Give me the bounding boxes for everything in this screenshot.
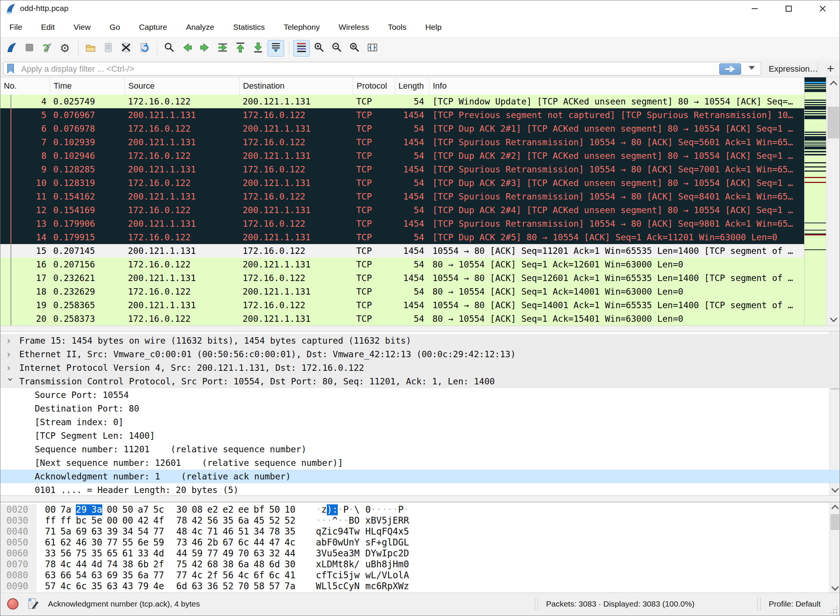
packet-row-4[interactable]: 40.025749172.16.0.122200.121.1.131TCP54[… — [0, 95, 804, 108]
menu-capture[interactable]: Capture — [132, 20, 174, 35]
packet-row-8[interactable]: 80.102946172.16.0.122200.121.1.131TCP54[… — [0, 149, 804, 163]
expand-twisty-icon[interactable]: › — [6, 347, 15, 361]
expression-button[interactable]: Expression… — [769, 64, 818, 74]
splitter-list-details[interactable] — [0, 326, 840, 332]
column-header-source[interactable]: Source — [125, 77, 240, 95]
packet-row-6[interactable]: 60.076978172.16.0.122200.121.1.131TCP54[… — [0, 122, 804, 135]
detail-row[interactable]: ›Ethernet II, Src: Vmware_c0:00:01 (00:5… — [0, 347, 840, 361]
detail-row[interactable]: [Next sequence number: 12601 (relative s… — [0, 456, 840, 470]
hex-row-0090[interactable]: 0090574c6c356343794e6d6336527058577aWLl5… — [0, 581, 840, 592]
filter-dropdown-caret[interactable] — [749, 66, 755, 70]
detail-row[interactable]: [Stream index: 0] — [0, 415, 840, 429]
hex-row-0080[interactable]: 00806366546369356a77774c2f564c6f6c41cfTc… — [0, 570, 840, 581]
capture-comment-icon[interactable] — [27, 598, 40, 610]
hex-row-0020[interactable]: 0020007a293a0050a75c3008e2e2eebf5010·z):… — [0, 504, 840, 515]
start-capture-button[interactable] — [3, 40, 20, 57]
detail-row[interactable]: [TCP Segment Len: 1400] — [0, 429, 840, 442]
minimize-button[interactable] — [738, 0, 772, 17]
detail-row[interactable]: 0101 .... = Header Length: 20 bytes (5) — [0, 483, 840, 497]
column-header-length[interactable]: Length — [395, 77, 429, 95]
packet-row-18[interactable]: 180.232629172.16.0.122200.121.1.131TCP54… — [0, 285, 804, 298]
packet-row-19[interactable]: 190.258365200.121.1.131172.16.0.122TCP14… — [0, 298, 804, 312]
resize-columns-button[interactable] — [364, 40, 381, 57]
zoom-reset-button[interactable] — [346, 40, 363, 57]
maximize-button[interactable] — [772, 0, 806, 17]
column-header-destination[interactable]: Destination — [240, 77, 353, 95]
menu-tools[interactable]: Tools — [381, 20, 413, 35]
menu-statistics[interactable]: Statistics — [226, 20, 272, 35]
detail-text: [Stream index: 0] — [35, 415, 123, 429]
packet-row-5[interactable]: 50.076967200.121.1.131172.16.0.122TCP145… — [0, 108, 804, 122]
zoom-in-button[interactable] — [311, 40, 328, 57]
menu-wireless[interactable]: Wireless — [332, 20, 376, 35]
column-header-time[interactable]: Time — [50, 77, 125, 95]
packet-row-13[interactable]: 130.179906200.121.1.131172.16.0.122TCP14… — [0, 217, 804, 230]
filter-bookmark-icon[interactable] — [7, 64, 14, 74]
packet-row-15[interactable]: 150.207145200.121.1.131172.16.0.122TCP14… — [0, 244, 804, 258]
detail-row[interactable]: Sequence number: 11201 (relative sequenc… — [0, 442, 840, 456]
close-file-button[interactable] — [118, 40, 134, 57]
find-packet-button[interactable] — [161, 40, 178, 57]
save-file-button[interactable] — [100, 40, 117, 57]
expand-twisty-icon[interactable]: › — [6, 334, 15, 347]
menu-view[interactable]: View — [67, 20, 97, 35]
capture-options-button[interactable]: ⚙ — [57, 40, 73, 57]
find-packet-icon — [164, 42, 175, 55]
menu-edit[interactable]: Edit — [34, 20, 62, 35]
display-filter-input[interactable] — [20, 63, 716, 75]
close-button[interactable] — [806, 0, 840, 17]
detail-row[interactable]: ›Internet Protocol Version 4, Src: 200.1… — [0, 361, 840, 375]
menu-telephony[interactable]: Telephony — [277, 20, 327, 35]
packet-row-16[interactable]: 160.207156172.16.0.122200.121.1.131TCP54… — [0, 258, 804, 271]
go-first-button[interactable] — [232, 40, 249, 57]
collapse-twisty-icon[interactable]: › — [4, 376, 17, 386]
menu-help[interactable]: Help — [418, 20, 448, 35]
detail-row[interactable]: Source Port: 10554 — [0, 388, 840, 402]
go-to-packet-button[interactable] — [214, 40, 231, 57]
packet-row-11[interactable]: 110.154162200.121.1.131172.16.0.122TCP14… — [0, 190, 804, 203]
detail-row[interactable]: Destination Port: 80 — [0, 402, 840, 415]
display-filter-field[interactable] — [3, 62, 761, 75]
colorize-button[interactable] — [293, 40, 310, 57]
menu-go[interactable]: Go — [103, 20, 127, 35]
resize-grip[interactable] — [836, 612, 837, 613]
intelligent-scrollbar-minimap[interactable] — [804, 77, 826, 326]
detail-row[interactable]: ›Frame 15: 1454 bytes on wire (11632 bit… — [0, 334, 840, 347]
hex-row-0070[interactable]: 0070784c444d74386b2f754268386a486d30xLDM… — [0, 559, 840, 570]
hex-row-0060[interactable]: 0060335675356561334d44597749706332443Vu5… — [0, 548, 840, 559]
detail-row[interactable]: Acknowledgment number: 1 (relative ack n… — [0, 470, 840, 483]
packet-row-14[interactable]: 140.179915172.16.0.122200.121.1.131TCP54… — [0, 230, 804, 244]
stop-capture-button[interactable] — [21, 40, 38, 57]
expand-twisty-icon[interactable]: › — [6, 361, 15, 375]
packet-row-7[interactable]: 70.102939200.121.1.131172.16.0.122TCP145… — [0, 135, 804, 149]
packet-row-17[interactable]: 170.232621200.121.1.131172.16.0.122TCP14… — [0, 271, 804, 285]
column-header-info[interactable]: Info — [429, 77, 804, 95]
packet-row-20[interactable]: 200.258373172.16.0.122200.121.1.131TCP54… — [0, 312, 804, 326]
hex-row-0040[interactable]: 0040715a696339345477484c714651347835qZic… — [0, 526, 840, 537]
go-forward-button[interactable] — [197, 40, 213, 57]
auto-scroll-button[interactable] — [268, 40, 284, 57]
hex-row-0030[interactable]: 0030ffffbc5e0000424f784256356a455252···^… — [0, 515, 840, 526]
packet-list-scrollbar[interactable] — [826, 77, 840, 326]
splitter-details-hex[interactable] — [0, 495, 840, 502]
packet-row-12[interactable]: 120.154169172.16.0.122200.121.1.131TCP54… — [0, 203, 804, 217]
apply-filter-button[interactable] — [719, 63, 741, 75]
zoom-out-button[interactable] — [329, 40, 345, 57]
hex-row-0050[interactable]: 00506162463077556e5973462b676c44474cabF0… — [0, 537, 840, 548]
reload-file-button[interactable] — [135, 40, 152, 57]
menu-analyze[interactable]: Analyze — [179, 20, 221, 35]
cell-no: 14 — [0, 230, 50, 244]
detail-row[interactable]: ›Transmission Control Protocol, Src Port… — [0, 375, 840, 388]
restart-capture-button[interactable] — [39, 40, 55, 57]
profile-button[interactable]: Profile: Default — [769, 599, 821, 608]
packet-row-9[interactable]: 90.128285200.121.1.131172.16.0.122TCP145… — [0, 163, 804, 176]
packet-row-10[interactable]: 100.128319172.16.0.122200.121.1.131TCP54… — [0, 176, 804, 190]
column-header-protocol[interactable]: Protocol — [353, 77, 395, 95]
open-file-button[interactable] — [82, 40, 99, 57]
expert-info-icon[interactable] — [7, 598, 18, 610]
go-last-button[interactable] — [250, 40, 266, 57]
column-header-no[interactable]: No. — [0, 77, 50, 95]
menu-file[interactable]: File — [3, 20, 29, 35]
go-back-button[interactable] — [179, 40, 195, 57]
add-filter-button[interactable]: + — [823, 61, 838, 76]
